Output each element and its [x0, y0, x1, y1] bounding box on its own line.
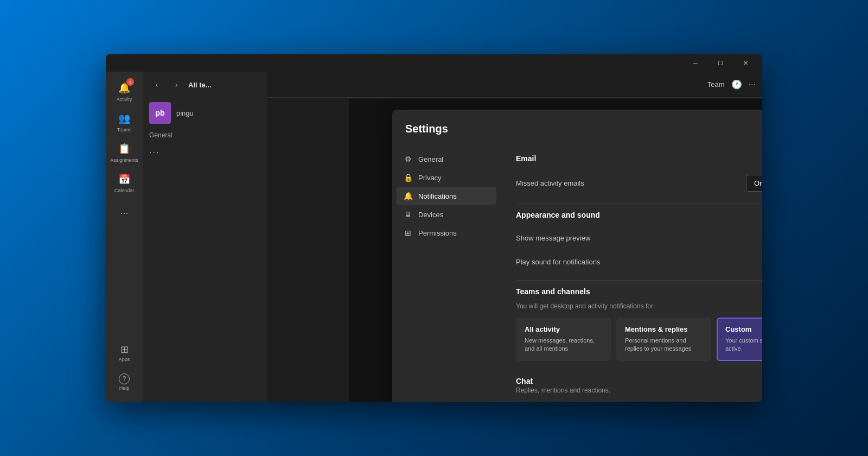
assignments-icon: 📋: [118, 143, 130, 155]
nav-forward-button[interactable]: ›: [169, 77, 184, 92]
app-window: ─ ☐ ✕ 🔔 2 Activity 👥 Teams 📋: [106, 54, 762, 402]
activity-icon-area: 🔔 2: [117, 80, 132, 96]
sidebar-item-calendar[interactable]: 📅 Calendar: [111, 168, 137, 197]
main-area: ‹ › All te... pb pingu General ... Team …: [143, 72, 762, 402]
settings-body: ⚙ General 🔒 Privacy 🔔 Notifications: [392, 145, 762, 402]
settings-nav-devices[interactable]: 🖥 Devices: [397, 205, 496, 224]
general-settings-icon: ⚙: [403, 155, 413, 163]
sidebar-item-activity[interactable]: 🔔 2 Activity: [111, 77, 137, 105]
teams-icon-area: 👥: [117, 111, 132, 126]
sidebar-item-assignments[interactable]: 📋 Assignments: [111, 138, 137, 166]
missed-activity-label: Missed activity emails: [516, 179, 584, 187]
chat-info: Chat Replies, mentions and reactions.: [516, 377, 610, 394]
all-activity-card-title: All activity: [525, 325, 602, 333]
teams-channels-desc: You will get desktop and activity notifi…: [516, 302, 762, 310]
permissions-icon: ⊞: [403, 229, 413, 237]
left-panel: ‹ › All te... pb pingu General ...: [143, 72, 267, 402]
team-label: Team: [707, 80, 725, 88]
avatar: pb: [149, 102, 171, 124]
settings-nav-permissions[interactable]: ⊞ Permissions: [397, 224, 496, 242]
settings-nav-privacy-label: Privacy: [418, 174, 442, 182]
chat-desc: Replies, mentions and reactions.: [516, 387, 610, 394]
sidebar-assignments-label: Assignments: [110, 157, 138, 163]
settings-nav: ⚙ General 🔒 Privacy 🔔 Notifications: [392, 145, 501, 402]
custom-card-desc: Your custom settings are active.: [725, 337, 762, 353]
channel-cards: All activity New messages, reactions, an…: [516, 318, 762, 361]
maximize-button[interactable]: ☐: [708, 54, 733, 72]
sidebar-teams-label: Teams: [117, 127, 132, 132]
devices-icon: 🖥: [403, 210, 413, 219]
divider-3: [516, 370, 762, 370]
appearance-section-title: Appearance and sound: [516, 211, 762, 219]
mentions-replies-card-desc: Personal mentions and replies to your me…: [625, 337, 703, 353]
right-header: Team 🕐 ···: [267, 72, 762, 98]
settings-content: Email Missed activity emails Once every …: [501, 145, 762, 402]
privacy-icon: 🔒: [403, 173, 413, 182]
sidebar: 🔔 2 Activity 👥 Teams 📋 Assignments 📅: [106, 72, 143, 402]
sidebar-apps-label: Apps: [119, 357, 130, 362]
more-options[interactable]: ...: [143, 142, 267, 159]
more-dots-icon: ···: [120, 207, 128, 219]
play-sound-label: Play sound for notifications: [516, 258, 600, 266]
minimize-button[interactable]: ─: [683, 54, 708, 72]
left-panel-title: All te...: [188, 81, 212, 89]
sidebar-calendar-label: Calendar: [114, 188, 135, 193]
calendar-icon: 📅: [118, 173, 130, 185]
chat-section-title: Chat: [516, 377, 610, 385]
teams-channels-title: Teams and channels: [516, 287, 762, 296]
sidebar-help-label: Help: [119, 385, 130, 391]
all-activity-card[interactable]: All activity New messages, reactions, an…: [516, 318, 611, 361]
settings-nav-permissions-label: Permissions: [418, 229, 457, 237]
email-section-title: Email: [516, 154, 762, 163]
all-activity-card-desc: New messages, reactions, and all mention…: [525, 337, 602, 353]
history-icon[interactable]: 🕐: [731, 79, 742, 90]
app-body: 🔔 2 Activity 👥 Teams 📋 Assignments 📅: [106, 72, 762, 402]
calendar-icon-area: 📅: [117, 172, 132, 187]
activity-badge: 2: [126, 78, 134, 86]
settings-panel: Settings ✕ ⚙ General 🔒: [392, 110, 762, 402]
titlebar: ─ ☐ ✕: [106, 54, 762, 72]
missed-activity-value: Once every hour: [754, 179, 762, 187]
user-name: pingu: [176, 109, 194, 117]
sidebar-item-teams[interactable]: 👥 Teams: [111, 107, 137, 136]
settings-nav-devices-label: Devices: [418, 211, 443, 219]
missed-activity-row: Missed activity emails Once every hour ▾: [516, 169, 762, 197]
sidebar-bottom: ⊞ Apps ? Help: [111, 338, 137, 397]
window-close-button[interactable]: ✕: [733, 54, 758, 72]
play-sound-row: Play sound for notifications: [516, 250, 762, 274]
mentions-replies-card-title: Mentions & replies: [625, 325, 703, 333]
custom-card[interactable]: Custom › Your custom settings are active…: [717, 318, 762, 361]
right-panel: Team 🕐 ··· Settings ✕: [267, 72, 762, 402]
settings-header: Settings ✕: [392, 110, 762, 145]
settings-nav-general-label: General: [418, 155, 443, 163]
settings-nav-general[interactable]: ⚙ General: [397, 150, 496, 168]
assignments-icon-area: 📋: [117, 141, 132, 156]
sidebar-activity-label: Activity: [117, 97, 132, 102]
teams-icon: 👥: [118, 112, 130, 124]
sidebar-item-help[interactable]: ? Help: [111, 368, 137, 396]
notifications-icon: 🔔: [403, 192, 413, 200]
apps-icon: ⊞: [120, 344, 129, 356]
nav-back-button[interactable]: ‹: [149, 77, 164, 92]
missed-activity-dropdown[interactable]: Once every hour ▾: [746, 175, 762, 192]
chat-row: Chat Replies, mentions and reactions. Ed…: [516, 377, 762, 396]
divider-2: [516, 280, 762, 281]
left-panel-header: ‹ › All te...: [143, 72, 267, 98]
show-preview-label: Show message preview: [516, 234, 590, 242]
settings-nav-notifications[interactable]: 🔔 Notifications: [397, 187, 496, 205]
sidebar-item-apps[interactable]: ⊞ Apps: [111, 339, 137, 367]
settings-nav-notifications-label: Notifications: [418, 192, 457, 200]
custom-card-title: Custom ›: [725, 325, 762, 333]
help-icon: ?: [119, 373, 130, 384]
general-label: General: [143, 128, 267, 142]
settings-nav-privacy[interactable]: 🔒 Privacy: [397, 168, 496, 187]
user-avatar-row: pb pingu: [143, 98, 267, 128]
sidebar-item-more[interactable]: ···: [111, 199, 137, 227]
settings-title: Settings: [405, 123, 448, 135]
settings-dialog-overlay: Settings ✕ ⚙ General 🔒: [349, 99, 762, 402]
more-options-icon[interactable]: ···: [749, 80, 756, 90]
show-preview-row: Show message preview: [516, 226, 762, 250]
mentions-replies-card[interactable]: Mentions & replies Personal mentions and…: [616, 318, 711, 361]
divider-1: [516, 204, 762, 204]
